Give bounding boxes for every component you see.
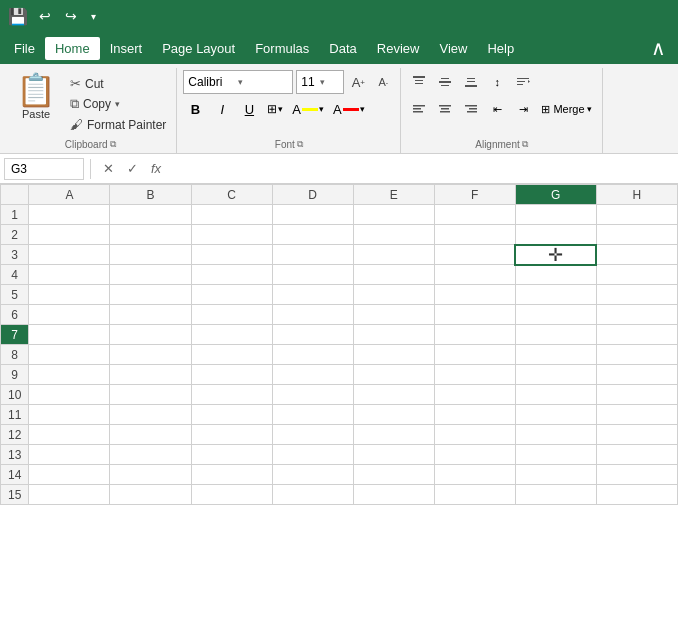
cell-E14[interactable]: [353, 465, 434, 485]
cell-A10[interactable]: [29, 385, 110, 405]
clipboard-expand-icon[interactable]: ⧉: [110, 139, 116, 150]
ribbon-collapse-button[interactable]: ∧: [643, 36, 674, 60]
undo-button[interactable]: ↩: [34, 6, 56, 26]
font-size-selector[interactable]: 11 ▾: [296, 70, 344, 94]
format-painter-button[interactable]: 🖌 Format Painter: [66, 115, 170, 134]
col-header-D[interactable]: D: [272, 185, 353, 205]
cell-A2[interactable]: [29, 225, 110, 245]
cell-B1[interactable]: [110, 205, 191, 225]
row-number-13[interactable]: 13: [1, 445, 29, 465]
cell-C13[interactable]: [191, 445, 272, 465]
align-middle-button[interactable]: [433, 70, 457, 94]
cell-C1[interactable]: [191, 205, 272, 225]
cell-B4[interactable]: [110, 265, 191, 285]
cell-D4[interactable]: [272, 265, 353, 285]
cell-H9[interactable]: [596, 365, 677, 385]
cell-C11[interactable]: [191, 405, 272, 425]
name-box[interactable]: G3: [4, 158, 84, 180]
cell-B15[interactable]: [110, 485, 191, 505]
decrease-font-size-button[interactable]: A-: [372, 71, 394, 93]
wrap-text-button[interactable]: [511, 70, 535, 94]
col-header-H[interactable]: H: [596, 185, 677, 205]
cell-F12[interactable]: [434, 425, 515, 445]
formula-input[interactable]: [169, 162, 674, 176]
cell-A1[interactable]: [29, 205, 110, 225]
cell-D5[interactable]: [272, 285, 353, 305]
cell-B5[interactable]: [110, 285, 191, 305]
cell-A12[interactable]: [29, 425, 110, 445]
align-top-button[interactable]: [407, 70, 431, 94]
cell-F4[interactable]: [434, 265, 515, 285]
cell-H8[interactable]: [596, 345, 677, 365]
col-header-F[interactable]: F: [434, 185, 515, 205]
cell-H13[interactable]: [596, 445, 677, 465]
cell-C7[interactable]: [191, 325, 272, 345]
decrease-indent-button[interactable]: ⇤: [485, 97, 509, 121]
row-number-9[interactable]: 9: [1, 365, 29, 385]
underline-button[interactable]: U: [237, 97, 261, 121]
menu-insert[interactable]: Insert: [100, 37, 153, 60]
cell-D7[interactable]: [272, 325, 353, 345]
row-number-5[interactable]: 5: [1, 285, 29, 305]
fill-color-button[interactable]: A ▾: [289, 97, 327, 121]
cell-G9[interactable]: [515, 365, 596, 385]
cell-B6[interactable]: [110, 305, 191, 325]
cell-D3[interactable]: [272, 245, 353, 265]
cell-H6[interactable]: [596, 305, 677, 325]
cell-C9[interactable]: [191, 365, 272, 385]
cell-D12[interactable]: [272, 425, 353, 445]
row-number-14[interactable]: 14: [1, 465, 29, 485]
cell-G5[interactable]: [515, 285, 596, 305]
border-button[interactable]: ⊞ ▾: [264, 97, 286, 121]
col-header-C[interactable]: C: [191, 185, 272, 205]
bold-button[interactable]: B: [183, 97, 207, 121]
cell-G8[interactable]: [515, 345, 596, 365]
text-direction-button[interactable]: ↕: [485, 70, 509, 94]
quick-access-more-button[interactable]: ▾: [86, 9, 101, 24]
cell-B9[interactable]: [110, 365, 191, 385]
cell-E5[interactable]: [353, 285, 434, 305]
cut-button[interactable]: ✂ Cut: [66, 74, 170, 93]
cell-G6[interactable]: [515, 305, 596, 325]
row-number-10[interactable]: 10: [1, 385, 29, 405]
cell-A14[interactable]: [29, 465, 110, 485]
cell-B2[interactable]: [110, 225, 191, 245]
cell-D15[interactable]: [272, 485, 353, 505]
menu-home[interactable]: Home: [45, 37, 100, 60]
cell-C2[interactable]: [191, 225, 272, 245]
cell-G13[interactable]: [515, 445, 596, 465]
cell-B11[interactable]: [110, 405, 191, 425]
cell-A7[interactable]: [29, 325, 110, 345]
paste-button[interactable]: 📋 Paste: [10, 70, 62, 124]
row-number-7[interactable]: 7: [1, 325, 29, 345]
cell-E10[interactable]: [353, 385, 434, 405]
menu-page-layout[interactable]: Page Layout: [152, 37, 245, 60]
copy-button[interactable]: ⧉ Copy ▾: [66, 94, 170, 114]
align-left-button[interactable]: [407, 97, 431, 121]
cell-G15[interactable]: [515, 485, 596, 505]
cell-D9[interactable]: [272, 365, 353, 385]
cell-F5[interactable]: [434, 285, 515, 305]
cell-F13[interactable]: [434, 445, 515, 465]
alignment-expand-icon[interactable]: ⧉: [522, 139, 528, 150]
cell-G2[interactable]: [515, 225, 596, 245]
row-number-12[interactable]: 12: [1, 425, 29, 445]
cell-F2[interactable]: [434, 225, 515, 245]
row-number-11[interactable]: 11: [1, 405, 29, 425]
cell-D11[interactable]: [272, 405, 353, 425]
cell-A3[interactable]: [29, 245, 110, 265]
cell-D14[interactable]: [272, 465, 353, 485]
cell-G3[interactable]: ✛: [515, 245, 596, 265]
cell-E12[interactable]: [353, 425, 434, 445]
cell-H12[interactable]: [596, 425, 677, 445]
align-right-button[interactable]: [459, 97, 483, 121]
cell-C5[interactable]: [191, 285, 272, 305]
row-number-3[interactable]: 3: [1, 245, 29, 265]
font-name-selector[interactable]: Calibri ▾: [183, 70, 293, 94]
cell-H2[interactable]: [596, 225, 677, 245]
cell-F15[interactable]: [434, 485, 515, 505]
cell-E6[interactable]: [353, 305, 434, 325]
cell-F8[interactable]: [434, 345, 515, 365]
formula-confirm-button[interactable]: ✓: [121, 158, 143, 180]
cell-G12[interactable]: [515, 425, 596, 445]
